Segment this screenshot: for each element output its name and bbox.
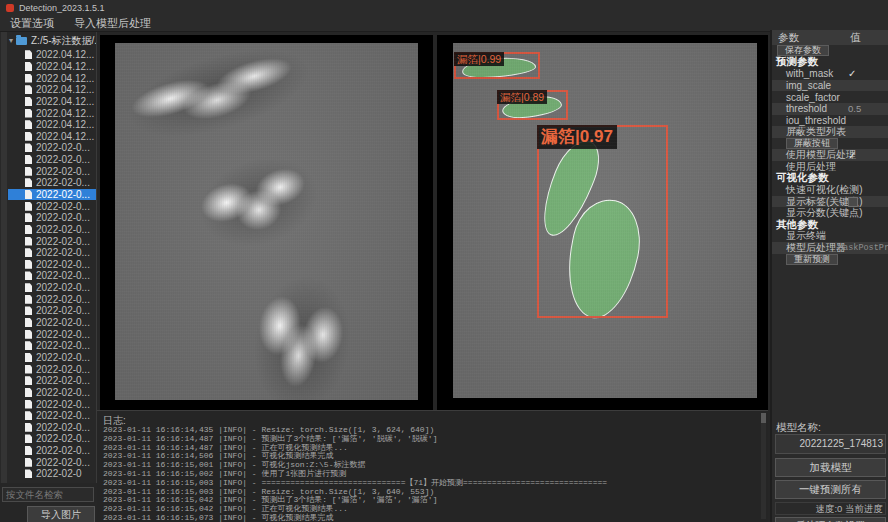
viewer-original[interactable] [100, 35, 433, 410]
image-feature [186, 138, 333, 266]
tree-root-node[interactable]: ▾ Z:/5-标注数据/... [9, 34, 97, 47]
tree-row[interactable]: 2022-02-0... [8, 352, 97, 364]
prediction-image: 漏箔|0.99 漏箔|0.89 漏箔|0.97 [453, 43, 757, 398]
tree-row[interactable]: 2022-02-0 [8, 468, 97, 480]
original-image [115, 43, 418, 400]
tree-row-label: 2022-02-0... [36, 270, 90, 281]
tree-row[interactable]: 2022-02-0... [8, 456, 97, 468]
param-row[interactable]: 模型后处理器 MaskPostPro [772, 242, 888, 254]
tree-row[interactable]: 2022-02-0... [8, 282, 97, 294]
file-icon [25, 283, 32, 292]
param-row[interactable]: 预测参数 [772, 57, 888, 69]
menu-item-import-postprocess[interactable]: 导入模型后处理 [64, 16, 161, 31]
tree-row-label: 2022-02-0... [36, 329, 90, 340]
load-model-button[interactable]: 加载模型 [775, 458, 886, 477]
tree-row[interactable]: 2022-02-0... [8, 375, 97, 387]
tree-row[interactable]: 2022.04.12... [8, 119, 97, 131]
tree-row[interactable]: 2022-02-0... [8, 422, 97, 434]
tree-row[interactable]: 2022-02-0... [8, 189, 97, 201]
tree-row[interactable]: 2022.04.12... [8, 130, 97, 142]
parameters-panel: 参数 值 保存参数 预测参数 with_mask ✓ img_scale sca… [770, 30, 888, 522]
menu-item-settings[interactable]: 设置选项 [0, 16, 64, 31]
tree-row[interactable]: 2022-02-0... [8, 363, 97, 375]
tree-row[interactable]: 2022-02-0... [8, 317, 97, 329]
file-icon [25, 213, 32, 222]
tree-row[interactable]: 2022-02-0... [8, 200, 97, 212]
tree-row[interactable]: 2022.04.12... [8, 72, 97, 84]
tree-row-label: 2022-02-0... [36, 457, 90, 468]
log-line: 2023-01-11 16:16:15,073 |INFO| - 可视化预测结果… [103, 514, 607, 522]
file-icon [25, 423, 32, 432]
file-icon [25, 388, 32, 397]
file-icon [25, 434, 32, 443]
params-header: 参数 值 [772, 30, 888, 45]
tree-row[interactable]: 2022-02-0... [8, 445, 97, 457]
log-scrollbar[interactable] [761, 413, 766, 519]
param-row[interactable]: threshold 0.5 [772, 103, 888, 115]
file-icon [25, 167, 32, 176]
tree-row-label: 2022.04.12... [36, 108, 94, 119]
tree-row[interactable]: 2022.04.12... [8, 61, 97, 73]
tree-row-label: 2022-02-0... [36, 224, 90, 235]
param-row[interactable]: with_mask ✓ [772, 68, 888, 80]
predict-all-button[interactable]: 一键预测所有 [775, 480, 886, 499]
tree-row[interactable]: 2022-02-0... [8, 224, 97, 236]
title-bar: Detection_2023.1.5.1 [0, 0, 888, 15]
model-name-field[interactable]: 20221225_174813 [775, 434, 886, 454]
tree-row-label: 2022-02-0... [36, 154, 90, 165]
tree-row[interactable]: 2022-02-0... [8, 154, 97, 166]
file-icon [25, 469, 32, 478]
import-image-button[interactable]: 导入图片 [27, 506, 95, 522]
detection-label: 漏箔|0.99 [454, 52, 504, 66]
tree-row-label: 2022.04.12... [36, 73, 94, 84]
tree-row[interactable]: 2022-02-0... [8, 270, 97, 282]
tree-row[interactable]: 2022-02-0... [8, 259, 97, 271]
tree-row[interactable]: 2022-02-0... [8, 398, 97, 410]
file-icon [25, 318, 32, 327]
file-icon [25, 97, 32, 106]
tree-row[interactable]: 2022-02-0... [8, 247, 97, 259]
tree-row-label: 2022-02-0... [36, 201, 90, 212]
log-scrollbar-thumb[interactable] [761, 413, 766, 423]
tree-row[interactable]: 2022-02-0... [8, 387, 97, 399]
tree-row-label: 2022-02-0... [36, 422, 90, 433]
tree-root-label: Z:/5-标注数据/... [31, 34, 97, 48]
tree-row[interactable]: 2022-02-0... [8, 410, 97, 422]
tree-row[interactable]: 2022-02-0... [8, 177, 97, 189]
tree-row[interactable]: 2022-02-0... [8, 235, 97, 247]
tree-row[interactable]: 2022.04.12... [8, 49, 97, 61]
postprocess-settings-button[interactable]: 后处理参数设置 [775, 517, 886, 522]
param-row[interactable]: img_scale [772, 80, 888, 92]
tree-row-label: 2022-02-0... [36, 445, 90, 456]
param-row[interactable]: 屏蔽类型列表 [772, 126, 888, 138]
tree-scrollbar[interactable] [1, 32, 7, 483]
param-value: MaskPostPro [838, 243, 888, 253]
tree-row[interactable]: 2022-02-0... [8, 142, 97, 154]
file-icon [25, 376, 32, 385]
tree-row[interactable]: 2022-02-0... [8, 433, 97, 445]
segmentation-mask [461, 55, 536, 80]
tree-row[interactable]: 2022.04.12... [8, 84, 97, 96]
tree-row-label: 2022-02-0... [36, 340, 90, 351]
tree-row-label: 2022-02-0 [36, 468, 82, 479]
search-input[interactable] [2, 487, 94, 502]
tree-row[interactable]: 2022-02-0... [8, 328, 97, 340]
chevron-down-icon[interactable]: ▾ [9, 36, 13, 45]
viewer-prediction[interactable]: 漏箔|0.99 漏箔|0.89 漏箔|0.97 [437, 35, 768, 410]
tree-row[interactable]: 2022-02-0... [8, 212, 97, 224]
tree-row[interactable]: 2022-02-0... [8, 340, 97, 352]
tree-row[interactable]: 2022.04.12... [8, 107, 97, 119]
file-icon [25, 225, 32, 234]
param-row[interactable]: scale_factor [772, 91, 888, 103]
tree-row-label: 2022-02-0... [36, 317, 90, 328]
app-icon [6, 4, 14, 12]
param-checkbox[interactable] [848, 197, 858, 207]
file-icon [25, 446, 32, 455]
param-button[interactable]: 重新预测 [786, 254, 838, 265]
param-row[interactable]: 重新预测 [772, 254, 888, 266]
tree-row[interactable]: 2022-02-0... [8, 293, 97, 305]
tree-row[interactable]: 2022-02-0... [8, 165, 97, 177]
file-icon [25, 330, 32, 339]
tree-row[interactable]: 2022-02-0... [8, 305, 97, 317]
tree-row[interactable]: 2022.04.12... [8, 96, 97, 108]
